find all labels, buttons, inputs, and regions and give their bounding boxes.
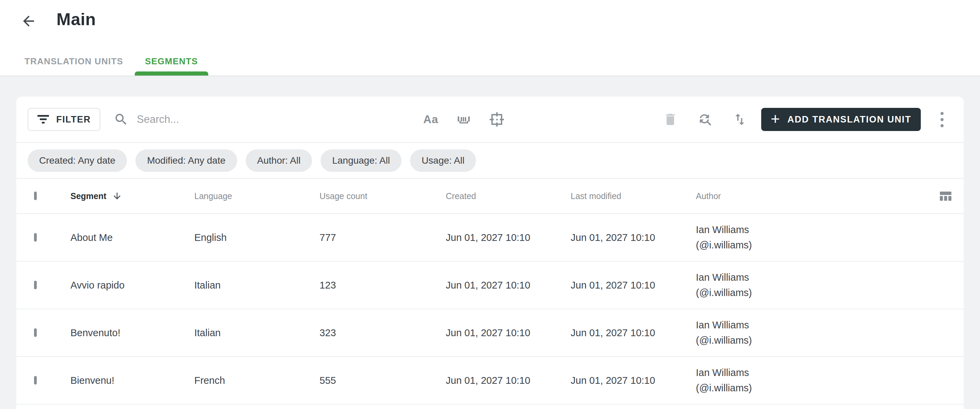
select-target-icon bbox=[489, 111, 504, 127]
cell-created: Jun 01, 2027 10:10 bbox=[446, 327, 571, 339]
column-header-segment[interactable]: Segment bbox=[70, 191, 194, 201]
row-checkbox[interactable] bbox=[34, 233, 37, 242]
sort-descending-icon bbox=[112, 191, 122, 201]
add-translation-unit-label: ADD TRANSLATION UNIT bbox=[788, 114, 911, 125]
sort-button[interactable] bbox=[732, 111, 748, 127]
view-columns-icon bbox=[938, 188, 953, 204]
search-box bbox=[114, 97, 355, 142]
more-vert-icon bbox=[940, 124, 943, 127]
table-row[interactable]: Benvenuto! Italian 323 Jun 01, 2027 10:1… bbox=[16, 309, 964, 357]
author-handle: (@i.williams) bbox=[696, 237, 933, 253]
find-replace-button[interactable] bbox=[697, 111, 713, 127]
author-name: Ian Williams bbox=[696, 317, 933, 333]
back-button[interactable] bbox=[19, 11, 38, 30]
row-checkbox[interactable] bbox=[34, 281, 37, 289]
cell-last-modified: Jun 01, 2027 10:10 bbox=[571, 375, 696, 386]
chip-modified[interactable]: Modified: Any date bbox=[135, 150, 237, 172]
filter-button[interactable]: FILTER bbox=[27, 108, 100, 131]
tab-segments-label: SEGMENTS bbox=[145, 56, 198, 67]
table-row[interactable]: About Me English 777 Jun 01, 2027 10:10 … bbox=[16, 214, 964, 262]
page-title: Main bbox=[56, 10, 96, 29]
arrow-back-icon bbox=[21, 13, 37, 29]
cell-author: Ian Williams (@i.williams) bbox=[696, 270, 933, 301]
cell-usage-count: 555 bbox=[320, 375, 446, 386]
cell-language: English bbox=[194, 232, 320, 243]
segments-panel: FILTER Aa bbox=[16, 97, 964, 409]
chip-author[interactable]: Author: All bbox=[246, 150, 312, 172]
cell-segment: Benvenuto! bbox=[70, 327, 194, 339]
chip-author-label: Author: All bbox=[257, 155, 301, 166]
chip-modified-label: Modified: Any date bbox=[147, 155, 225, 166]
cell-created: Jun 01, 2027 10:10 bbox=[446, 232, 571, 243]
author-name: Ian Williams bbox=[696, 270, 933, 285]
active-tab-indicator bbox=[135, 72, 208, 76]
row-checkbox[interactable] bbox=[34, 376, 37, 385]
trash-icon bbox=[663, 112, 678, 127]
cell-usage-count: 323 bbox=[320, 327, 446, 339]
cell-author: Ian Williams (@i.williams) bbox=[696, 222, 933, 253]
author-name: Ian Williams bbox=[696, 222, 933, 237]
row-checkbox[interactable] bbox=[34, 328, 37, 337]
column-settings-button[interactable] bbox=[938, 188, 953, 204]
plus-icon: + bbox=[771, 111, 780, 127]
table-header-row: Segment Language Usage count Created Las… bbox=[16, 179, 964, 213]
chip-created[interactable]: Created: Any date bbox=[27, 150, 127, 172]
search-input[interactable] bbox=[137, 113, 355, 126]
select-target-toggle[interactable] bbox=[489, 111, 504, 127]
cell-created: Jun 01, 2027 10:10 bbox=[446, 375, 571, 386]
find-replace-icon bbox=[697, 111, 713, 127]
table-row[interactable]: Bienvenu! French 555 Jun 01, 2027 10:10 … bbox=[16, 357, 964, 404]
author-handle: (@i.williams) bbox=[696, 380, 933, 396]
select-all-checkbox[interactable] bbox=[34, 192, 37, 200]
cell-usage-count: 777 bbox=[320, 232, 446, 243]
chip-language[interactable]: Language: All bbox=[321, 150, 401, 172]
chip-usage-label: Usage: All bbox=[422, 155, 465, 166]
cell-created: Jun 01, 2027 10:10 bbox=[446, 280, 571, 291]
more-options-button[interactable] bbox=[934, 108, 950, 131]
column-header-author[interactable]: Author bbox=[696, 191, 933, 201]
column-header-language[interactable]: Language bbox=[194, 191, 320, 201]
table-row[interactable]: Avvio rapido Italian 123 Jun 01, 2027 10… bbox=[16, 262, 964, 309]
cell-last-modified: Jun 01, 2027 10:10 bbox=[571, 280, 696, 291]
column-header-segment-label: Segment bbox=[70, 191, 107, 201]
cell-language: Italian bbox=[194, 327, 320, 339]
match-whole-word-toggle[interactable] bbox=[456, 111, 472, 127]
search-options: Aa bbox=[423, 97, 504, 142]
tab-segments[interactable]: SEGMENTS bbox=[135, 47, 208, 76]
chip-usage[interactable]: Usage: All bbox=[410, 150, 476, 172]
cell-segment: Bienvenu! bbox=[70, 375, 194, 386]
column-header-last-modified[interactable]: Last modified bbox=[571, 191, 696, 201]
search-icon bbox=[114, 112, 129, 127]
chip-language-label: Language: All bbox=[332, 155, 390, 166]
tab-bar: TRANSLATION UNITS SEGMENTS bbox=[24, 47, 208, 76]
author-handle: (@i.williams) bbox=[696, 285, 933, 301]
more-vert-icon bbox=[940, 118, 943, 121]
cell-segment: Avvio rapido bbox=[70, 280, 194, 291]
cell-last-modified: Jun 01, 2027 10:10 bbox=[571, 327, 696, 339]
column-header-usage-count[interactable]: Usage count bbox=[320, 191, 446, 201]
cell-author: Ian Williams (@i.williams) bbox=[696, 317, 933, 348]
author-name: Ian Williams bbox=[696, 365, 933, 380]
chip-created-label: Created: Any date bbox=[39, 155, 115, 166]
swap-vert-icon bbox=[732, 112, 747, 127]
match-case-toggle[interactable]: Aa bbox=[423, 111, 439, 127]
column-header-created[interactable]: Created bbox=[446, 191, 571, 201]
cell-segment: About Me bbox=[70, 232, 194, 243]
toolbar-actions bbox=[662, 97, 748, 142]
filter-chips-row: Created: Any date Modified: Any date Aut… bbox=[16, 143, 964, 178]
cell-usage-count: 123 bbox=[320, 280, 446, 291]
author-handle: (@i.williams) bbox=[696, 333, 933, 348]
cell-language: Italian bbox=[194, 280, 320, 291]
cell-author: Ian Williams (@i.williams) bbox=[696, 365, 933, 396]
match-whole-word-icon bbox=[456, 111, 472, 127]
add-translation-unit-button[interactable]: + ADD TRANSLATION UNIT bbox=[761, 108, 921, 131]
segments-toolbar: FILTER Aa bbox=[16, 97, 964, 142]
tab-translation-units-label: TRANSLATION UNITS bbox=[24, 56, 123, 67]
cell-last-modified: Jun 01, 2027 10:10 bbox=[571, 232, 696, 243]
tab-translation-units[interactable]: TRANSLATION UNITS bbox=[24, 47, 123, 76]
more-vert-icon bbox=[940, 112, 943, 115]
page-header: Main TRANSLATION UNITS SEGMENTS bbox=[0, 0, 980, 76]
match-case-icon: Aa bbox=[423, 113, 438, 126]
delete-button[interactable] bbox=[662, 111, 678, 127]
filter-button-label: FILTER bbox=[56, 114, 91, 125]
